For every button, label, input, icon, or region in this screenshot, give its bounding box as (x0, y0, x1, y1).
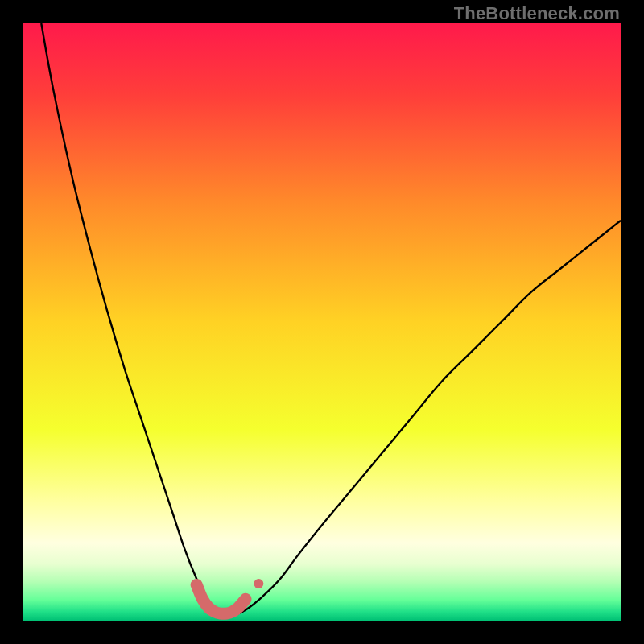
chart-svg (23, 23, 621, 621)
highlight-dot (254, 579, 263, 588)
watermark-text: TheBottleneck.com (454, 3, 620, 24)
chart-frame: TheBottleneck.com (0, 0, 644, 644)
gradient-background (23, 23, 621, 621)
plot-area (23, 23, 621, 621)
